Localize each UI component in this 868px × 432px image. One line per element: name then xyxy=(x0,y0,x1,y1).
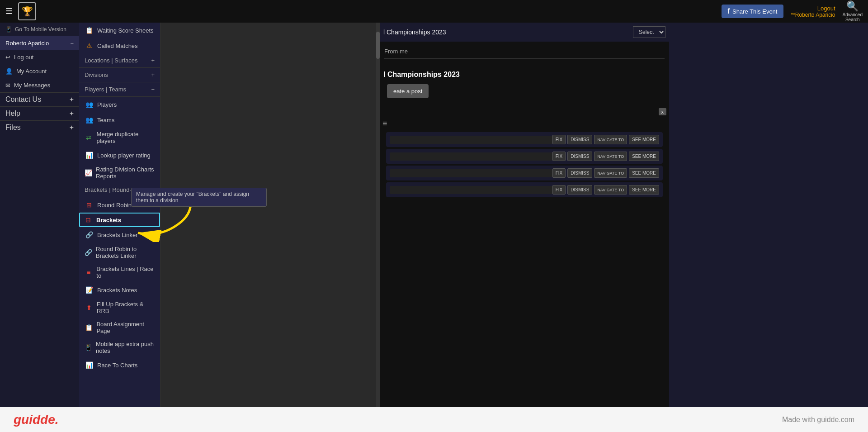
brackets-notes-icon: 📝 xyxy=(85,285,94,294)
notification-row: FIX DISMISS NAVIGATE TO SEE MORE xyxy=(386,132,663,147)
files-label: Files xyxy=(5,123,21,132)
expand-icon-help[interactable]: + xyxy=(70,109,74,118)
called-matches-icon: ⚠ xyxy=(85,41,94,50)
board-icon: 📋 xyxy=(85,323,93,332)
fix-button[interactable]: FIX xyxy=(552,168,566,178)
fix-button[interactable]: FIX xyxy=(552,135,566,144)
sidebar-section-help[interactable]: Help + xyxy=(0,106,79,120)
submenu-brackets-linker[interactable]: 🔗 Brackets Linker xyxy=(79,227,160,242)
tooltip-text: Manage and create your "Brackets" and as… xyxy=(136,191,249,204)
sidebar-item-my-account[interactable]: 👤 My Account xyxy=(0,64,79,78)
collapse-icon[interactable]: − xyxy=(70,40,74,47)
notification-row: FIX DISMISS NAVIGATE TO SEE MORE xyxy=(386,182,663,197)
submenu-header-locations: Locations | Surfaces + xyxy=(79,53,160,68)
topbar-right: f Share This Event Logout **Roberto Apar… xyxy=(722,0,863,22)
rating-division-charts-label: Rating Division Charts Reports xyxy=(96,166,155,180)
dismiss-button[interactable]: DISMISS xyxy=(567,135,592,144)
see-more-button[interactable]: SEE MORE xyxy=(629,135,659,144)
sidebar-item-logout[interactable]: ↩ Log out xyxy=(0,50,79,64)
lookup-player-rating-label: Lookup player rating xyxy=(97,152,151,159)
submenu-fill-up-brackets[interactable]: ⬆ Fill Up Brackets & RRB xyxy=(79,298,160,318)
race-to-charts-icon: 📊 xyxy=(85,361,94,370)
submenu-board-assignment[interactable]: 📋 Board Assignment Page xyxy=(79,318,160,337)
notification-rows: FIX DISMISS NAVIGATE TO SEE MORE FIX DIS… xyxy=(382,132,666,197)
sidebar-section-contact-us[interactable]: Contact Us + xyxy=(0,92,79,106)
notification-row: FIX DISMISS NAVIGATE TO SEE MORE xyxy=(386,149,663,164)
logout-link[interactable]: Logout xyxy=(817,5,835,12)
lookup-icon: 📊 xyxy=(85,151,94,160)
user-label: **Roberto Aparicio xyxy=(791,12,835,18)
fill-up-brackets-label: Fill Up Brackets & RRB xyxy=(97,301,155,314)
rrb-linker-icon: 🔗 xyxy=(85,248,92,257)
brackets-linker-icon: 🔗 xyxy=(85,230,94,239)
fix-button[interactable]: FIX xyxy=(552,185,566,195)
create-post-button[interactable]: eate a post xyxy=(387,84,429,98)
submenu-teams[interactable]: 👥 Teams xyxy=(79,112,160,128)
brackets-notes-label: Brackets Notes xyxy=(97,287,137,294)
submenu-called-matches[interactable]: ⚠ Called Matches xyxy=(79,38,160,53)
submenu: 📋 Waiting Score Sheets ⚠ Called Matches … xyxy=(79,23,160,407)
brackets-icon: ⊟ xyxy=(84,215,93,224)
round-robin-brackets-linker-label: Round Robin to Brackets Linker xyxy=(96,246,155,259)
waiting-score-sheets-label: Waiting Score Sheets xyxy=(97,27,154,34)
dismiss-button[interactable]: DISMISS xyxy=(567,168,592,178)
close-notif-button[interactable]: x xyxy=(659,108,667,115)
dismiss-button[interactable]: DISMISS xyxy=(567,152,592,161)
rating-icon: 📈 xyxy=(85,168,92,177)
see-more-button[interactable]: SEE MORE xyxy=(629,152,659,161)
submenu-round-robin-brackets-linker[interactable]: 🔗 Round Robin to Brackets Linker xyxy=(79,242,160,262)
submenu-brackets-lines[interactable]: ≡ Brackets Lines | Race to xyxy=(79,262,160,282)
contact-us-label: Contact Us xyxy=(5,95,41,104)
submenu-waiting-score-sheets[interactable]: 📋 Waiting Score Sheets xyxy=(79,23,160,38)
mobile-push-icon: 📱 xyxy=(85,343,92,352)
three-lines-icon[interactable]: ≡ xyxy=(382,119,387,128)
merge-icon: ⇄ xyxy=(85,133,93,142)
mobile-version-item[interactable]: 📱 Go To Mobile Version xyxy=(0,23,79,36)
advanced-search-button[interactable]: 🔍 AdvancedSearch xyxy=(843,0,863,22)
sidebar: 📱 Go To Mobile Version Roberto Aparicio … xyxy=(0,23,79,407)
sidebar-section-files[interactable]: Files + xyxy=(0,120,79,134)
dismiss-button[interactable]: DISMISS xyxy=(567,185,592,195)
submenu-rating-division-charts[interactable]: 📈 Rating Division Charts Reports xyxy=(79,163,160,183)
see-more-button[interactable]: SEE MORE xyxy=(629,185,659,195)
submenu-players[interactable]: 👥 Players xyxy=(79,97,160,112)
navigate-to-button[interactable]: NAVIGATE TO xyxy=(594,152,627,161)
submenu-mobile-push-notes[interactable]: 📱 Mobile app extra push notes xyxy=(79,337,160,357)
from-me-label: From me xyxy=(384,46,665,57)
fix-button[interactable]: FIX xyxy=(552,152,566,161)
navigate-to-button[interactable]: NAVIGATE TO xyxy=(594,168,627,178)
account-icon: 👤 xyxy=(5,68,13,75)
navigate-to-button[interactable]: NAVIGATE TO xyxy=(594,185,627,195)
share-event-button[interactable]: f Share This Event xyxy=(722,5,784,18)
logout-icon: ↩ xyxy=(5,54,10,61)
expand-icon-locations[interactable]: + xyxy=(151,57,155,64)
sidebar-item-my-messages[interactable]: ✉ My Messages xyxy=(0,78,79,92)
topbar: ☰ 🏆 f Share This Event Logout **Roberto … xyxy=(0,0,868,23)
submenu-lookup-player-rating[interactable]: 📊 Lookup player rating xyxy=(79,147,160,163)
submenu-race-to-charts[interactable]: 📊 Race To Charts xyxy=(79,357,160,373)
expand-icon-divisions[interactable]: + xyxy=(151,71,155,78)
navigate-to-button[interactable]: NAVIGATE TO xyxy=(594,135,627,144)
submenu-merge-duplicate-players[interactable]: ⇄ Merge duplicate players xyxy=(79,128,160,147)
submenu-header-divisions: Divisions + xyxy=(79,68,160,82)
panel-title-truncated: l Championships 2023 xyxy=(383,28,446,36)
see-more-button[interactable]: SEE MORE xyxy=(629,168,659,178)
submenu-brackets[interactable]: ⊟ Brackets xyxy=(79,213,160,227)
board-assignment-label: Board Assignment Page xyxy=(96,321,155,334)
panel-dropdown[interactable]: Select xyxy=(633,26,665,38)
notification-row: FIX DISMISS NAVIGATE TO SEE MORE xyxy=(386,166,663,180)
expand-icon[interactable]: + xyxy=(70,95,74,104)
facebook-icon: f xyxy=(728,7,730,15)
submenu-brackets-notes[interactable]: 📝 Brackets Notes xyxy=(79,282,160,298)
hamburger-icon[interactable]: ☰ xyxy=(5,6,13,16)
menu-icon-row: ≡ xyxy=(382,117,666,130)
guidde-logo: guidde. xyxy=(14,413,59,427)
collapse-icon-pt[interactable]: − xyxy=(151,86,155,93)
locations-surfaces-label: Locations | Surfaces xyxy=(85,57,138,64)
brackets-lines-icon: ≡ xyxy=(85,268,93,277)
app-logo: 🏆 xyxy=(18,2,36,20)
round-robin-label: Round Robin xyxy=(97,202,132,209)
expand-icon-files[interactable]: + xyxy=(70,123,74,132)
search-icon: 🔍 xyxy=(846,0,859,12)
mobile-icon: 📱 xyxy=(5,26,12,33)
